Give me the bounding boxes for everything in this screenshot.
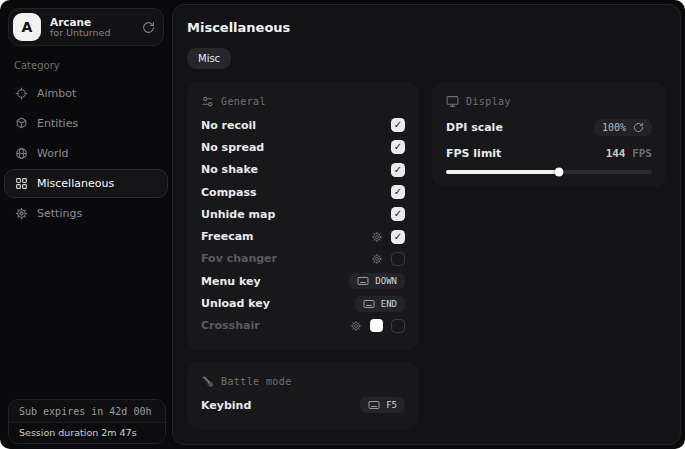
- keyboard-icon: [363, 299, 375, 309]
- setting-label: Unhide map: [201, 208, 275, 221]
- sidebar: A Arcane for Unturned Category Aimbot: [0, 0, 172, 449]
- setting-label: Unload key: [201, 297, 270, 310]
- checkbox-checked[interactable]: ✓: [391, 140, 405, 154]
- checkbox-checked[interactable]: ✓: [391, 207, 405, 221]
- subscription-card: Sub expires in 42d 00h Session duration …: [8, 399, 166, 444]
- setting-row-unhide-map: Unhide map ✓: [201, 203, 405, 225]
- fps-slider-fill: [446, 170, 559, 174]
- globe-icon: [15, 147, 28, 160]
- app-window: A Arcane for Unturned Category Aimbot: [0, 0, 685, 449]
- setting-row-compass: Compass ✓: [201, 181, 405, 203]
- setting-row-fov-changer: Fov changer: [201, 248, 405, 270]
- keybind-button[interactable]: DOWN: [349, 273, 405, 289]
- setting-row-no-spread: No spread ✓: [201, 136, 405, 158]
- sidebar-nav: Aimbot Entities World: [0, 79, 172, 228]
- setting-label: Fov changer: [201, 252, 277, 265]
- fps-value: 144: [606, 147, 626, 160]
- fps-slider-thumb[interactable]: [555, 168, 564, 177]
- keyboard-icon: [357, 276, 369, 286]
- setting-row-no-shake: No shake ✓: [201, 159, 405, 181]
- sidebar-item-settings[interactable]: Settings: [4, 199, 168, 228]
- color-swatch[interactable]: [370, 319, 383, 332]
- dpi-value-button[interactable]: 100%: [594, 119, 652, 136]
- display-card: Display DPI scale 100%: [432, 82, 666, 187]
- dpi-value: 100%: [602, 122, 626, 133]
- keybind-button[interactable]: F5: [360, 397, 405, 413]
- checkbox-unchecked[interactable]: [391, 252, 405, 266]
- battle-mode-card: Battle mode Keybind: [187, 362, 419, 429]
- setting-label: Menu key: [201, 275, 261, 288]
- main-panel: Miscellaneous Misc General No r: [172, 4, 681, 445]
- setting-row-unload-key: Unload key END: [201, 292, 405, 314]
- gear-icon: [15, 207, 28, 220]
- sidebar-item-label: Miscellaneous: [37, 177, 114, 190]
- checkbox-checked[interactable]: ✓: [391, 163, 405, 177]
- session-duration-text: Session duration 2m 47s: [9, 422, 165, 443]
- setting-label: Freecam: [201, 230, 254, 243]
- sidebar-item-aimbot[interactable]: Aimbot: [4, 79, 168, 108]
- sidebar-item-world[interactable]: World: [4, 139, 168, 168]
- sub-expiry-text: Sub expires in 42d 00h: [9, 400, 165, 422]
- fps-unit: FPS: [632, 147, 652, 160]
- gear-icon[interactable]: [371, 253, 383, 265]
- app-name: Arcane: [50, 16, 142, 28]
- setting-label: Crosshair: [201, 319, 260, 332]
- tab-misc[interactable]: Misc: [187, 48, 231, 69]
- general-card: General No recoil ✓ No spread ✓ No shake: [187, 82, 419, 350]
- checkbox-checked[interactable]: ✓: [391, 118, 405, 132]
- page-title: Miscellaneous: [187, 20, 666, 35]
- setting-row-crosshair: Crosshair: [201, 315, 405, 337]
- setting-row-dpi-scale: DPI scale 100%: [446, 119, 652, 136]
- setting-row-no-recoil: No recoil ✓: [201, 114, 405, 136]
- setting-row-fps-limit: FPS limit 144 FPS: [446, 147, 652, 160]
- keybind-value: END: [381, 299, 397, 309]
- sidebar-item-label: Aimbot: [37, 87, 76, 100]
- setting-label: Compass: [201, 186, 256, 199]
- grid-icon: [15, 177, 28, 190]
- app-logo: A: [13, 13, 41, 41]
- app-header-card: A Arcane for Unturned: [8, 8, 164, 46]
- sidebar-item-entities[interactable]: Entities: [4, 109, 168, 138]
- sidebar-item-label: Entities: [37, 117, 78, 130]
- reset-icon[interactable]: [633, 122, 644, 133]
- setting-label: DPI scale: [446, 121, 503, 134]
- checkbox-unchecked[interactable]: [391, 319, 405, 333]
- fps-slider[interactable]: [446, 170, 652, 174]
- sync-icon[interactable]: [142, 21, 155, 34]
- gear-icon[interactable]: [371, 231, 383, 243]
- checkbox-checked[interactable]: ✓: [391, 185, 405, 199]
- keybind-value: DOWN: [375, 276, 397, 286]
- keybind-value: F5: [386, 400, 397, 410]
- setting-label: No shake: [201, 163, 258, 176]
- gear-icon[interactable]: [350, 320, 362, 332]
- sidebar-item-label: World: [37, 147, 69, 160]
- section-title: Battle mode: [221, 376, 292, 387]
- sidebar-item-miscellaneous[interactable]: Miscellaneous: [4, 169, 168, 198]
- setting-row-menu-key: Menu key DOWN: [201, 270, 405, 292]
- setting-label: No spread: [201, 141, 264, 154]
- setting-label: No recoil: [201, 119, 256, 132]
- checkbox-checked[interactable]: ✓: [391, 230, 405, 244]
- section-title: General: [221, 96, 266, 107]
- category-label: Category: [14, 60, 172, 71]
- setting-label: FPS limit: [446, 147, 501, 160]
- sidebar-item-label: Settings: [37, 207, 82, 220]
- monitor-icon: [446, 95, 459, 108]
- keybind-button[interactable]: END: [355, 296, 405, 312]
- setting-row-freecam: Freecam ✓: [201, 225, 405, 247]
- setting-row-keybind: Keybind F5: [201, 394, 405, 416]
- sliders-icon: [201, 95, 214, 108]
- swords-icon: [201, 375, 214, 388]
- cube-icon: [15, 117, 28, 130]
- section-title: Display: [466, 96, 511, 107]
- setting-label: Keybind: [201, 399, 251, 412]
- keyboard-icon: [368, 400, 380, 410]
- app-tagline: for Unturned: [50, 28, 142, 39]
- app-meta: Arcane for Unturned: [50, 16, 142, 39]
- crosshair-icon: [15, 87, 28, 100]
